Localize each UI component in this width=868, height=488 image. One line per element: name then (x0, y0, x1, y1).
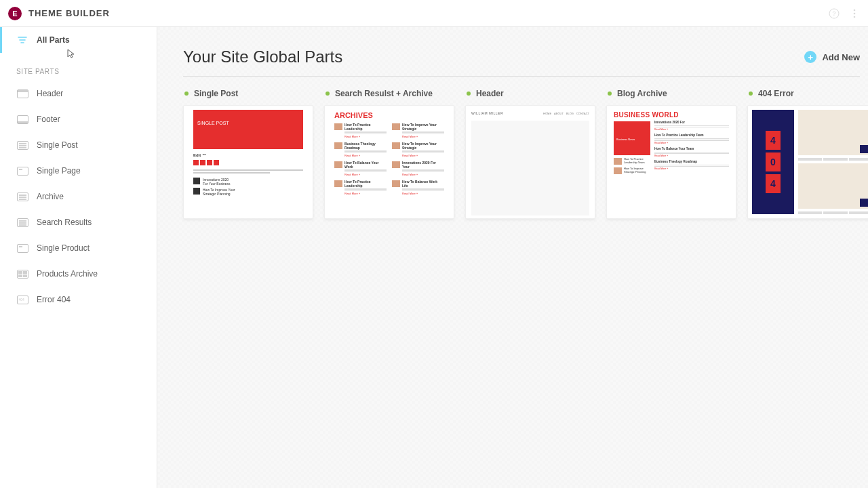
sidebar: All Parts SITE PARTS Header Footer Singl… (0, 27, 157, 488)
card-title: Header (476, 89, 504, 98)
sidebar-item-label: Error 404 (37, 295, 71, 304)
thumb-title: BUSINESS WORLD (614, 111, 729, 119)
top-bar: E THEME BUILDER ? (0, 0, 868, 27)
more-icon[interactable] (849, 8, 860, 19)
sidebar-item-archive[interactable]: Archive (0, 184, 157, 209)
cursor-icon (64, 48, 75, 62)
thumb-nav-item: HOME (543, 112, 551, 115)
card-404-error[interactable]: 404 Error 4 0 4 (747, 89, 868, 219)
divider (183, 76, 860, 77)
sidebar-item-label: Single Product (37, 243, 90, 253)
status-dot-icon (326, 92, 330, 96)
single-post-part-icon (16, 140, 28, 150)
card-thumbnail: 4 0 4 (747, 105, 868, 219)
sidebar-item-label: Products Archive (37, 269, 98, 279)
card-title: Search Resulst + Archive (335, 89, 433, 98)
add-new-button[interactable]: + Add New (804, 51, 860, 63)
thumb-nav-item: BLOG (566, 112, 574, 115)
sidebar-item-label: Search Results (37, 218, 92, 227)
header-part-icon (16, 89, 28, 98)
card-title: 404 Error (758, 89, 794, 98)
single-product-part-icon (16, 243, 28, 253)
thumb-digit: 4 (766, 131, 781, 150)
cards-grid: Single Post SINGLE POST Edit ™ Innovatio… (183, 89, 868, 219)
page-title: Your Site Global Parts (183, 47, 342, 66)
card-title: Blog Archive (617, 89, 667, 98)
sidebar-all-parts-label: All Parts (37, 35, 70, 45)
svg-point-2 (854, 9, 856, 11)
sidebar-item-label: Footer (37, 115, 60, 124)
svg-point-4 (854, 16, 856, 18)
add-new-label: Add New (822, 52, 860, 62)
card-thumbnail: SINGLE POST Edit ™ Innovations 2020For Y… (183, 105, 313, 219)
card-header[interactable]: Header WILLIAM MILLER HOME ABOUT BLOG CO… (465, 89, 595, 219)
thumb-digit: 4 (766, 174, 781, 193)
sidebar-item-single-post[interactable]: Single Post (0, 132, 157, 158)
help-icon[interactable]: ? (829, 8, 840, 19)
sidebar-heading: SITE PARTS (0, 53, 157, 81)
thumb-hero-text: SINGLE POST (197, 121, 299, 125)
footer-part-icon (16, 115, 28, 124)
status-dot-icon (608, 92, 612, 96)
products-archive-part-icon (16, 269, 28, 279)
svg-point-3 (854, 12, 856, 14)
sidebar-item-label: Single Post (37, 140, 78, 150)
app-title: THEME BUILDER (28, 8, 110, 18)
single-page-part-icon (16, 166, 28, 176)
sidebar-item-error-404[interactable]: Error 404 (0, 287, 157, 312)
sidebar-all-parts[interactable]: All Parts (0, 27, 157, 53)
logo-icon: E (8, 7, 22, 20)
filter-icon (16, 35, 28, 45)
card-thumbnail: ARCHIVES How To Practice LeadershipRead … (324, 105, 454, 219)
card-single-post[interactable]: Single Post SINGLE POST Edit ™ Innovatio… (183, 89, 313, 219)
status-dot-icon (749, 92, 753, 96)
thumb-digit: 0 (766, 152, 781, 171)
sidebar-item-single-page[interactable]: Single Page (0, 158, 157, 184)
card-thumbnail: WILLIAM MILLER HOME ABOUT BLOG CONTACT (465, 105, 595, 219)
plus-icon: + (804, 51, 816, 63)
status-dot-icon (184, 92, 189, 96)
sidebar-item-header[interactable]: Header (0, 81, 157, 106)
archive-part-icon (16, 192, 28, 201)
sidebar-item-single-product[interactable]: Single Product (0, 235, 157, 261)
main-area: Your Site Global Parts + Add New Single … (157, 27, 868, 488)
thumb-nav-item: CONTACT (576, 112, 589, 115)
thumb-brand: WILLIAM MILLER (471, 111, 503, 115)
card-title: Single Post (194, 89, 238, 98)
svg-text:?: ? (832, 10, 835, 17)
card-blog-archive[interactable]: Blog Archive BUSINESS WORLD Business New… (606, 89, 736, 219)
error-404-part-icon (16, 295, 28, 304)
card-search-archive[interactable]: Search Resulst + Archive ARCHIVES How To… (324, 89, 454, 219)
sidebar-item-label: Header (37, 89, 63, 98)
thumb-nav-item: ABOUT (554, 112, 564, 115)
search-results-part-icon (16, 218, 28, 227)
card-thumbnail: BUSINESS WORLD Business News How To Prac… (606, 105, 736, 219)
sidebar-item-footer[interactable]: Footer (0, 106, 157, 132)
thumb-title: ARCHIVES (334, 111, 444, 119)
sidebar-item-label: Archive (37, 192, 64, 201)
sidebar-item-label: Single Page (37, 166, 81, 176)
sidebar-item-search-results[interactable]: Search Results (0, 209, 157, 235)
sidebar-item-products-archive[interactable]: Products Archive (0, 261, 157, 287)
status-dot-icon (467, 92, 471, 96)
